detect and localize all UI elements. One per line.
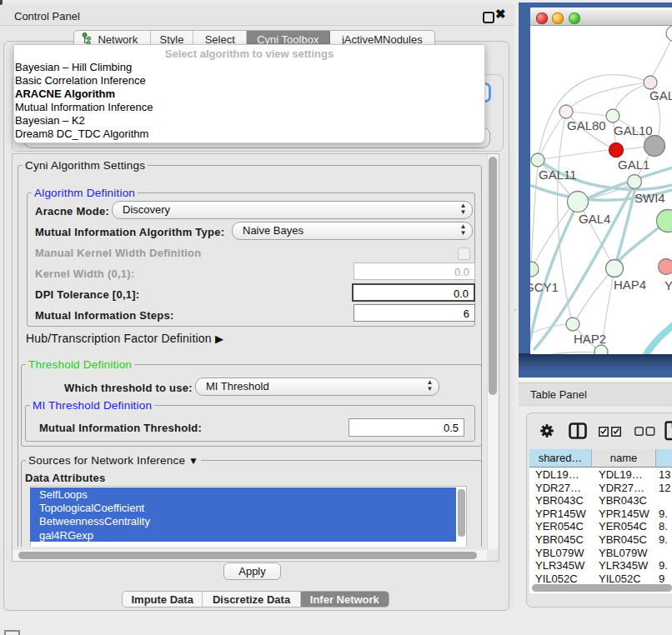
svg-text:HAP2: HAP2 <box>574 332 606 346</box>
svg-text:SWI4: SWI4 <box>634 191 665 205</box>
svg-text:YM: YM <box>664 278 672 292</box>
svg-text:GAL4: GAL4 <box>579 212 610 226</box>
svg-text:GAL1: GAL1 <box>618 158 649 172</box>
svg-text:GCY1: GCY1 <box>530 280 559 294</box>
svg-text:GAL11: GAL11 <box>539 168 577 182</box>
svg-text:GAL80: GAL80 <box>567 118 606 132</box>
svg-text:GAL10: GAL10 <box>614 123 653 138</box>
svg-text:HAP4: HAP4 <box>614 278 646 292</box>
svg-text:GAL7: GAL7 <box>649 88 672 102</box>
